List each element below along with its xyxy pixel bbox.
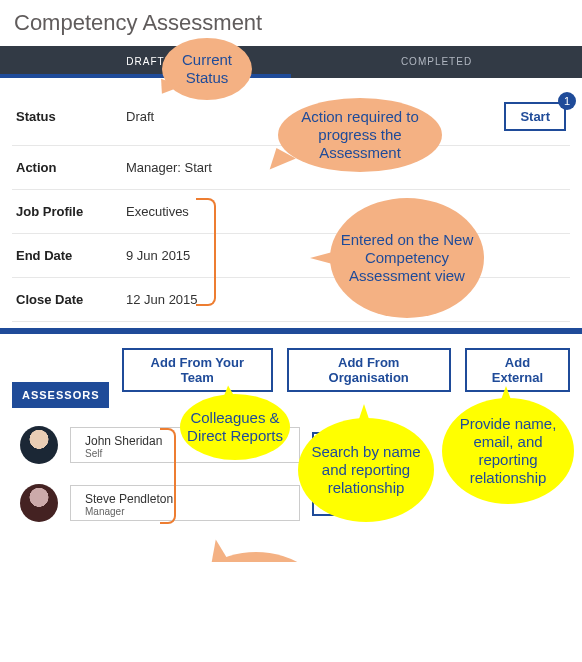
add-external-button[interactable]: Add External [465,348,570,392]
callout-tail-icon [310,250,340,266]
assessor-card: John Sheridan Self [70,427,300,463]
tab-completed[interactable]: COMPLETED [291,46,582,78]
start-button[interactable]: Start [504,102,566,131]
bracket-icon [160,428,176,524]
end-date-row: End Date 9 Jun 2015 [12,234,570,278]
status-row: Status Draft Start 1 [12,78,570,146]
assessor-card: Steve Pendleton Manager [70,485,300,521]
assessor-row: Steve Pendleton Manager Delete [20,484,570,522]
job-profile-value: Executives [126,204,566,219]
assessor-role: Self [85,448,285,459]
assessor-row: John Sheridan Self Delete [20,426,570,464]
add-from-team-button[interactable]: Add From Your Team [122,348,273,392]
assessor-name: Steve Pendleton [85,492,285,506]
assessor-name: John Sheridan [85,434,285,448]
status-label: Status [16,109,126,124]
close-date-label: Close Date [16,292,126,307]
action-row: Action Manager: Start [12,146,570,190]
assessor-role: Manager [85,506,285,517]
status-tabs: DRAFT COMPLETED [0,46,582,78]
callout-tail-icon [498,386,514,408]
assessors-heading: ASSESSORS [12,382,109,408]
avatar [20,426,58,464]
end-date-value: 9 Jun 2015 [126,248,566,263]
close-date-row: Close Date 12 Jun 2015 [12,278,570,322]
delete-button[interactable]: Delete [312,432,344,458]
add-from-organisation-button[interactable]: Add From Organisation [287,348,451,392]
delete-button[interactable]: Delete [312,490,376,516]
action-value: Manager: Start [126,160,566,175]
close-date-value: 12 Jun 2015 [126,292,566,307]
avatar [20,484,58,522]
page-title: Competency Assessment [0,0,582,46]
status-value: Draft [126,109,504,124]
details-panel: Status Draft Start 1 Action Manager: Sta… [0,78,582,322]
end-date-label: End Date [16,248,126,263]
job-profile-label: Job Profile [16,204,126,219]
action-label: Action [16,160,126,175]
callout-tail-icon [356,404,372,428]
job-profile-row: Job Profile Executives [12,190,570,234]
start-badge: 1 [558,92,576,110]
callout-tail-icon [216,384,237,405]
tab-draft[interactable]: DRAFT [0,46,291,78]
bracket-icon [196,198,216,306]
assessors-panel: Add From Your Team Add From Organisation… [0,334,582,562]
